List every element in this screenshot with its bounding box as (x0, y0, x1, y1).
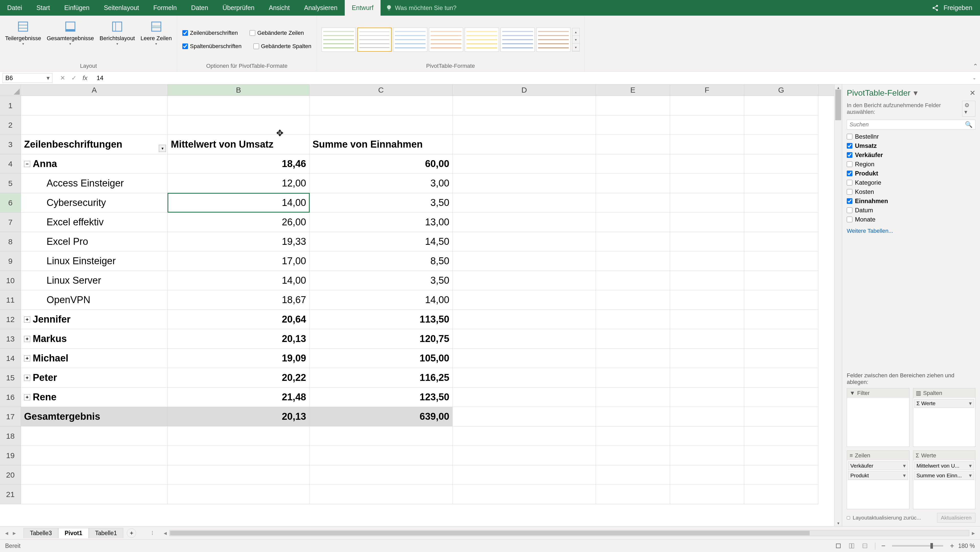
cell-G9[interactable] (744, 251, 818, 270)
cell-B17[interactable]: 20,13 (168, 407, 309, 426)
cell-D2[interactable] (453, 115, 596, 135)
sheet-tab-tabelle3[interactable]: Tabelle3 (24, 528, 58, 538)
cell-B14[interactable]: 19,09 (168, 348, 309, 368)
field-chip[interactable]: Produkt▾ (848, 471, 908, 480)
cell-D3[interactable] (453, 135, 596, 154)
row-header-21[interactable]: 21 (0, 485, 21, 504)
cell-D15[interactable] (453, 368, 596, 387)
cell-G11[interactable] (744, 290, 818, 310)
field-verkäufer[interactable]: Verkäufer (847, 150, 975, 160)
cell-A20[interactable] (21, 465, 168, 484)
cell-C3[interactable]: Summe von Einnahmen (309, 135, 453, 154)
cell-A6[interactable]: Cybersecurity (21, 193, 168, 212)
select-all-button[interactable] (0, 84, 21, 95)
page-break-view-icon[interactable] (860, 541, 870, 550)
cell-G5[interactable] (744, 174, 818, 193)
cell-D12[interactable] (453, 310, 596, 329)
cell-D11[interactable] (453, 290, 596, 310)
cell-C16[interactable]: 123,50 (309, 388, 453, 407)
cell-B19[interactable] (168, 446, 309, 465)
cell-E2[interactable] (596, 115, 670, 135)
col-header-B[interactable]: B (168, 84, 309, 95)
row-header-6[interactable]: 6 (0, 193, 21, 213)
hscroll-right-icon[interactable]: ▸ (972, 530, 975, 537)
pivot-style-4[interactable] (465, 28, 499, 52)
cell-E15[interactable] (596, 368, 670, 387)
cell-G16[interactable] (744, 388, 818, 407)
cell-B7[interactable]: 26,00 (168, 213, 309, 232)
cell-F12[interactable] (670, 310, 744, 329)
cell-D13[interactable] (453, 329, 596, 348)
cancel-formula-icon[interactable]: ✕ (60, 75, 65, 81)
cell-E8[interactable] (596, 232, 670, 251)
row-header-14[interactable]: 14 (0, 348, 21, 368)
cell-G21[interactable] (744, 485, 818, 504)
tab-einfügen[interactable]: Einfügen (57, 0, 97, 16)
cell-G7[interactable] (744, 213, 818, 232)
cell-E5[interactable] (596, 174, 670, 193)
cell-F7[interactable] (670, 213, 744, 232)
cell-C10[interactable]: 3,50 (309, 271, 453, 290)
collapse-icon[interactable]: − (24, 161, 30, 167)
cell-B3[interactable]: Mittelwert von Umsatz (168, 135, 309, 154)
cell-G18[interactable] (744, 426, 818, 445)
cell-F16[interactable] (670, 388, 744, 407)
cell-D9[interactable] (453, 251, 596, 270)
row-header-16[interactable]: 16 (0, 388, 21, 407)
cell-D20[interactable] (453, 465, 596, 484)
cell-A14[interactable]: +Michael (21, 348, 168, 368)
cell-C20[interactable] (309, 465, 453, 484)
more-tables-link[interactable]: Weitere Tabellen... (847, 227, 975, 234)
cell-A3[interactable]: Zeilenbeschriftungen▾ (21, 135, 168, 154)
cell-E20[interactable] (596, 465, 670, 484)
sheet-nav-prev-icon[interactable]: ◂ (5, 530, 8, 537)
close-icon[interactable]: ✕ (969, 89, 975, 97)
cell-C6[interactable]: 3,50 (309, 193, 453, 212)
cell-F5[interactable] (670, 174, 744, 193)
zoom-out-button[interactable]: − (881, 542, 885, 550)
col-headers-checkbox[interactable]: Spaltenüberschriften (180, 40, 244, 52)
cell-A11[interactable]: OpenVPN (21, 290, 168, 310)
cell-C11[interactable]: 14,00 (309, 290, 453, 310)
tab-überprüfen[interactable]: Überprüfen (215, 0, 262, 16)
cell-B16[interactable]: 21,48 (168, 388, 309, 407)
cell-A7[interactable]: Excel effektiv (21, 213, 168, 232)
cell-G19[interactable] (744, 446, 818, 465)
cell-G12[interactable] (744, 310, 818, 329)
field-chip[interactable]: Σ Werte▾ (914, 399, 974, 408)
cell-B12[interactable]: 20,64 (168, 310, 309, 329)
cell-B21[interactable] (168, 485, 309, 504)
cell-B4[interactable]: 18,46 (168, 154, 309, 173)
cell-D14[interactable] (453, 348, 596, 368)
field-chip[interactable]: Verkäufer▾ (848, 461, 908, 470)
cell-D5[interactable] (453, 174, 596, 193)
row-header-7[interactable]: 7 (0, 213, 21, 232)
cell-E7[interactable] (596, 213, 670, 232)
cell-A15[interactable]: +Peter (21, 368, 168, 387)
cell-E12[interactable] (596, 310, 670, 329)
field-chip[interactable]: Mittelwert von U...▾ (914, 461, 974, 470)
cell-D1[interactable] (453, 96, 596, 115)
sheet-tab-tabelle1[interactable]: Tabelle1 (89, 528, 124, 538)
cell-C14[interactable]: 105,00 (309, 348, 453, 368)
values-area[interactable]: ΣWerte Mittelwert von U...▾Summe von Ein… (913, 450, 976, 509)
cell-A19[interactable] (21, 446, 168, 465)
row-header-19[interactable]: 19 (0, 446, 21, 465)
confirm-formula-icon[interactable]: ✓ (72, 75, 76, 81)
field-monate[interactable]: Monate (847, 215, 975, 224)
cell-A16[interactable]: +Rene (21, 388, 168, 407)
cell-F17[interactable] (670, 407, 744, 426)
row-header-13[interactable]: 13 (0, 329, 21, 348)
pivot-style-0[interactable] (321, 28, 356, 52)
expand-icon[interactable]: + (24, 375, 30, 381)
tab-entwurf[interactable]: Entwurf (345, 0, 381, 16)
cell-A12[interactable]: +Jennifer (21, 310, 168, 329)
cell-B18[interactable] (168, 426, 309, 445)
cell-E11[interactable] (596, 290, 670, 310)
cell-D16[interactable] (453, 388, 596, 407)
cell-D10[interactable] (453, 271, 596, 290)
cell-A9[interactable]: Linux Einsteiger (21, 251, 168, 270)
sheet-nav-next-icon[interactable]: ▸ (13, 530, 16, 537)
pivot-style-1[interactable] (357, 28, 391, 52)
field-region[interactable]: Region (847, 160, 975, 169)
